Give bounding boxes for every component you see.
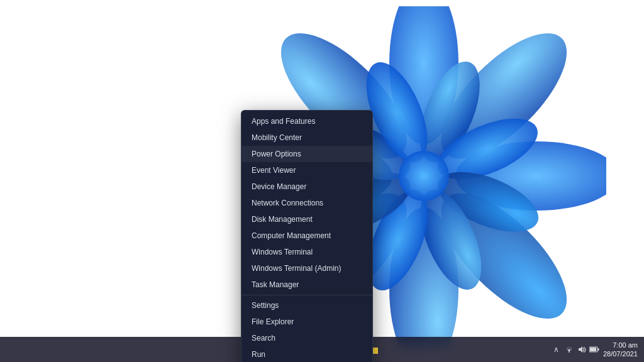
menu-item-label: Search bbox=[252, 334, 275, 343]
menu-item-device-manager[interactable]: Device Manager bbox=[242, 178, 372, 195]
menu-item-event-viewer[interactable]: Event Viewer bbox=[242, 162, 372, 178]
system-tray: ∧ bbox=[552, 344, 599, 354]
svg-rect-25 bbox=[590, 348, 596, 351]
menu-item-mobility-center[interactable]: Mobility Center bbox=[242, 129, 372, 146]
menu-item-windows-terminal[interactable]: Windows Terminal bbox=[242, 244, 372, 260]
svg-point-23 bbox=[569, 351, 570, 353]
clock-date: 28/07/2021 bbox=[603, 349, 638, 358]
menu-item-settings[interactable]: Settings bbox=[242, 297, 372, 314]
taskbar-right: ∧ bbox=[552, 341, 644, 359]
menu-item-label: Windows Terminal (Admin) bbox=[252, 264, 341, 273]
menu-item-label: Task Manager bbox=[252, 280, 299, 289]
menu-item-label: Network Connections bbox=[252, 199, 323, 207]
volume-icon[interactable] bbox=[577, 344, 587, 354]
battery-icon[interactable] bbox=[589, 344, 599, 354]
svg-rect-26 bbox=[597, 348, 599, 351]
menu-item-disk-management[interactable]: Disk Management bbox=[242, 211, 372, 228]
menu-item-power-options[interactable]: Power Options bbox=[242, 146, 372, 162]
menu-item-label: Apps and Features bbox=[252, 117, 315, 126]
speaker-icon bbox=[577, 345, 586, 354]
menu-item-label: Run bbox=[252, 350, 265, 359]
menu-item-label: Disk Management bbox=[252, 215, 313, 224]
menu-item-search[interactable]: Search bbox=[242, 330, 372, 346]
menu-item-label: Settings bbox=[252, 301, 279, 310]
context-menu: Apps and FeaturesMobility CenterPower Op… bbox=[241, 110, 373, 362]
svg-point-16 bbox=[399, 151, 449, 201]
clock-display[interactable]: 7:00 am 28/07/2021 bbox=[603, 341, 638, 359]
menu-item-label: Mobility Center bbox=[252, 133, 302, 142]
clock-time: 7:00 am bbox=[603, 341, 638, 349]
tray-arrow-icon[interactable]: ∧ bbox=[552, 344, 562, 354]
wifi-icon bbox=[565, 345, 574, 354]
menu-item-task-manager[interactable]: Task Manager bbox=[242, 277, 372, 293]
menu-item-network-connections[interactable]: Network Connections bbox=[242, 195, 372, 211]
desktop: Apps and FeaturesMobility CenterPower Op… bbox=[0, 0, 644, 362]
menu-item-apps-features[interactable]: Apps and Features bbox=[242, 113, 372, 129]
menu-separator bbox=[242, 295, 372, 295]
menu-item-label: File Explorer bbox=[252, 317, 294, 326]
menu-item-label: Computer Management bbox=[252, 231, 331, 240]
menu-item-run[interactable]: Run bbox=[242, 346, 372, 362]
menu-item-label: Event Viewer bbox=[252, 166, 296, 175]
menu-item-label: Device Manager bbox=[252, 182, 306, 191]
menu-item-computer-management[interactable]: Computer Management bbox=[242, 228, 372, 244]
menu-item-file-explorer[interactable]: File Explorer bbox=[242, 314, 372, 330]
menu-item-label: Power Options bbox=[252, 150, 301, 158]
menu-item-label: Windows Terminal bbox=[252, 248, 313, 256]
battery-svg-icon bbox=[589, 346, 599, 353]
network-icon[interactable] bbox=[564, 344, 574, 354]
menu-item-windows-terminal-admin[interactable]: Windows Terminal (Admin) bbox=[242, 260, 372, 277]
